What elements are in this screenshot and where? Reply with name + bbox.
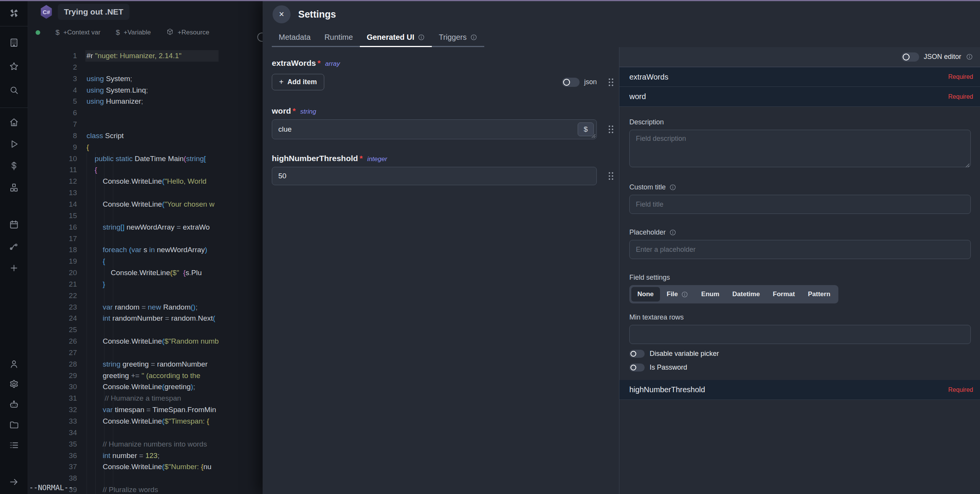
code-line[interactable]: 25 <box>28 324 263 336</box>
segment-label: Format <box>773 290 795 298</box>
info-icon[interactable] <box>669 184 676 191</box>
variable-button[interactable]: $+Variable <box>116 28 151 37</box>
field-setting-none[interactable]: None <box>631 287 660 302</box>
code-line[interactable]: 24 int randomNumber = random.Next( <box>28 313 263 324</box>
script-title[interactable]: Trying out .NET <box>58 4 129 20</box>
gear-icon[interactable] <box>6 377 21 392</box>
tab-generated-ui[interactable]: Generated UI <box>360 29 432 47</box>
highnumberthreshold-input[interactable] <box>272 167 597 185</box>
field-setting-pattern[interactable]: Pattern <box>802 287 836 302</box>
code-line[interactable]: 23 var random = new Random(); <box>28 302 263 313</box>
field-setting-file[interactable]: File <box>661 287 694 302</box>
code-line[interactable]: 30 Console.WriteLine(greeting); <box>28 381 263 393</box>
code-line[interactable]: 4using System.Linq; <box>28 85 263 96</box>
field-setting-enum[interactable]: Enum <box>695 287 725 302</box>
code-line[interactable]: 10 public static DateTime Main(string[ <box>28 153 263 165</box>
custom-title-input[interactable] <box>629 195 971 214</box>
code-line[interactable]: 18 foreach (var s in newWordArray) <box>28 244 263 256</box>
code-line[interactable]: 2 <box>28 62 263 73</box>
package-icon <box>166 28 174 37</box>
drag-handle-icon[interactable] <box>607 77 615 87</box>
min-textarea-rows-input[interactable] <box>629 325 971 344</box>
tab-runtime[interactable]: Runtime <box>317 29 359 47</box>
info-icon[interactable] <box>470 34 477 41</box>
dollar-icon[interactable] <box>6 158 21 173</box>
code-line[interactable]: 34 <box>28 427 263 439</box>
resize-handle-icon[interactable] <box>591 134 596 138</box>
resource-button[interactable]: +Resource <box>166 28 209 37</box>
json-toggle[interactable] <box>562 78 580 87</box>
section-row-highnumberthreshold[interactable]: highNumberThreshold Required <box>619 380 980 400</box>
add-item-button[interactable]: + Add item <box>272 74 324 90</box>
code-line[interactable]: 28 string greeting = randomNumber <box>28 359 263 370</box>
code-line[interactable]: 36 int number = 123; <box>28 450 263 461</box>
json-editor-toggle[interactable] <box>902 52 919 62</box>
code-text: foreach (var s in newWordArray) <box>87 244 207 256</box>
code-line[interactable]: 19 { <box>28 256 263 267</box>
code-line[interactable]: 14 Console.WriteLine("Your chosen w <box>28 199 263 210</box>
code-line[interactable]: 3using System; <box>28 73 263 85</box>
code-line[interactable]: 37 Console.WriteLine($"Number: {nu <box>28 461 263 473</box>
person-icon[interactable] <box>6 356 21 372</box>
code-line[interactable]: 9{ <box>28 142 263 153</box>
info-icon[interactable] <box>681 291 688 298</box>
code-line[interactable]: 32 var timespan = TimeSpan.FromMin <box>28 404 263 416</box>
code-line[interactable]: 11 { <box>28 164 263 176</box>
search-icon[interactable] <box>6 82 21 98</box>
resize-handle-icon[interactable] <box>965 163 970 168</box>
contextvar-button[interactable]: $+Context var <box>56 28 100 37</box>
code-line[interactable]: 17 <box>28 233 263 245</box>
description-textarea[interactable] <box>629 130 971 167</box>
building-icon[interactable] <box>6 35 21 50</box>
code-text: Console.WriteLine(greeting); <box>87 381 195 393</box>
arrow-right-icon[interactable] <box>6 474 21 489</box>
word-input-row: $ <box>272 119 615 139</box>
code-line[interactable]: 12 Console.WriteLine("Hello, World <box>28 176 263 187</box>
close-icon[interactable]: × <box>273 5 291 23</box>
code-line[interactable]: 15 <box>28 210 263 222</box>
placeholder-input[interactable] <box>629 240 971 259</box>
code-line[interactable]: 16 string[] newWordArray = extraWo <box>28 222 263 233</box>
tab-triggers[interactable]: Triggers <box>432 29 484 47</box>
info-icon[interactable] <box>418 34 425 41</box>
code-line[interactable]: 22 <box>28 290 263 302</box>
plus-icon[interactable] <box>6 260 21 276</box>
is-password-toggle[interactable] <box>629 364 645 372</box>
code-line[interactable]: 35 // Humanize numbers into words <box>28 439 263 450</box>
list-icon[interactable] <box>6 437 21 453</box>
code-line[interactable]: 8class Script <box>28 130 263 142</box>
star-icon[interactable] <box>6 59 21 74</box>
info-icon[interactable] <box>669 229 676 236</box>
code-line[interactable]: 13 <box>28 187 263 199</box>
section-row-extrawords[interactable]: extraWords Required <box>619 67 980 87</box>
drag-handle-icon[interactable] <box>607 124 615 134</box>
code-line[interactable]: 20 Console.WriteLine($" {s.Plu <box>28 267 263 279</box>
info-icon[interactable] <box>966 53 973 60</box>
field-setting-datetime[interactable]: Datetime <box>726 287 766 302</box>
code-line[interactable]: 29 greeting += " (according to the <box>28 370 263 382</box>
windmill-logo-icon[interactable] <box>6 5 21 21</box>
disable-variable-picker-toggle[interactable] <box>629 350 645 358</box>
folder-icon[interactable] <box>6 417 21 432</box>
calendar-icon[interactable] <box>6 217 21 232</box>
code-line[interactable]: 5using Humanizer; <box>28 96 263 107</box>
word-input[interactable] <box>272 119 597 139</box>
code-line[interactable]: 31 // Humanize a timespan <box>28 393 263 404</box>
drag-handle-icon[interactable] <box>607 171 615 181</box>
code-line[interactable]: 27 <box>28 347 263 359</box>
code-line[interactable]: 33 Console.WriteLine($"Timespan: { <box>28 416 263 427</box>
tab-metadata[interactable]: Metadata <box>272 29 317 47</box>
home-icon[interactable] <box>6 114 21 130</box>
code-line[interactable]: 6 <box>28 107 263 119</box>
cubes-icon[interactable] <box>6 180 21 195</box>
code-line[interactable]: 21 } <box>28 279 263 290</box>
code-editor[interactable]: 1#r "nuget: Humanizer, 2.14.1"23using Sy… <box>28 50 263 494</box>
code-line[interactable]: 7 <box>28 119 263 130</box>
flow-icon[interactable] <box>6 238 21 254</box>
code-line[interactable]: 38 <box>28 473 263 484</box>
section-row-word[interactable]: word Required <box>619 87 980 107</box>
robot-icon[interactable] <box>6 397 21 412</box>
field-setting-format[interactable]: Format <box>767 287 801 302</box>
play-icon[interactable] <box>6 136 21 152</box>
code-line[interactable]: 26 Console.WriteLine($"Random numb <box>28 336 263 347</box>
